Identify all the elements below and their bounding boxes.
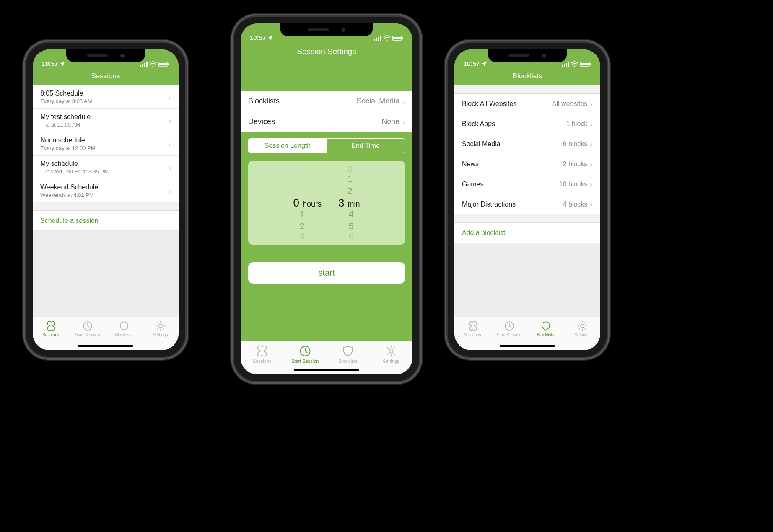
schedule-session-button[interactable]: Schedule a session: [33, 211, 179, 231]
tab-start-session[interactable]: Start Session: [491, 320, 527, 337]
notch: [280, 23, 373, 36]
tab-start-session[interactable]: Start Session: [284, 345, 327, 364]
page-title: Session Settings: [241, 42, 412, 62]
signal-icon: [140, 62, 148, 67]
home-indicator[interactable]: [78, 345, 133, 347]
devices-row[interactable]: Devices None›: [241, 111, 412, 132]
length-endtime-segmented: Session Length End Time: [248, 138, 405, 153]
chevron-right-icon: ›: [168, 187, 171, 195]
wifi-icon: [571, 61, 578, 67]
notch: [488, 49, 567, 62]
status-time: 10:57: [42, 60, 58, 67]
blocklist-row[interactable]: Major Distractions 4 blocks›: [454, 194, 600, 214]
tab-start-session[interactable]: Start Session: [69, 320, 106, 337]
page-title: Sessions: [33, 68, 179, 85]
sessions-list: 8:05 ScheduleEvery day at 8:05 AM › My t…: [33, 85, 179, 202]
chevron-right-icon: ›: [402, 117, 405, 126]
chevron-right-icon: ›: [168, 163, 171, 172]
chevron-right-icon: ›: [590, 180, 593, 189]
chevron-right-icon: ›: [590, 200, 593, 209]
chevron-right-icon: ›: [590, 160, 593, 168]
blocklist-row[interactable]: Games 10 blocks›: [454, 174, 600, 194]
tab-blocklists[interactable]: Blocklists: [527, 320, 564, 337]
blocklist-row[interactable]: Block Apps 1 block›: [454, 114, 600, 134]
chevron-right-icon: ›: [590, 120, 593, 128]
battery-icon: [392, 35, 403, 41]
tab-blocklists[interactable]: Blocklists: [327, 345, 370, 364]
duration-picker[interactable]: 0 1 2 0hours 3min 14 25 36: [248, 161, 405, 245]
start-button[interactable]: start: [248, 262, 405, 284]
home-indicator[interactable]: [500, 345, 555, 347]
tab-sessions[interactable]: Sessions: [33, 320, 69, 337]
blocklists-row[interactable]: Blocklists Social Media›: [241, 91, 412, 111]
phone-blocklists: 10:57 Blocklists Block All Websites All …: [448, 43, 607, 357]
add-blocklist-button[interactable]: Add a blocklist: [454, 223, 600, 243]
wifi-icon: [149, 61, 157, 67]
status-time: 10:57: [464, 60, 480, 67]
location-icon: [267, 35, 273, 41]
segment-end-time[interactable]: End Time: [327, 139, 405, 153]
tab-sessions[interactable]: Sessions: [241, 345, 284, 364]
tab-blocklists[interactable]: Blocklists: [106, 320, 142, 337]
notch: [66, 49, 145, 62]
picker-hours-value: 0: [293, 196, 299, 209]
battery-icon: [158, 61, 169, 67]
chevron-right-icon: ›: [168, 93, 171, 101]
chevron-right-icon: ›: [402, 97, 405, 106]
signal-icon: [562, 62, 569, 67]
tab-settings[interactable]: Settings: [564, 320, 600, 337]
home-indicator[interactable]: [294, 369, 359, 371]
battery-icon: [580, 61, 591, 67]
session-row[interactable]: 8:05 ScheduleEvery day at 8:05 AM ›: [33, 85, 179, 109]
blocklist-row[interactable]: Block All Websites All websites›: [454, 94, 600, 114]
session-row[interactable]: Weekend ScheduleWeekends at 4:02 PM ›: [33, 179, 179, 202]
wifi-icon: [383, 35, 391, 41]
chevron-right-icon: ›: [590, 140, 593, 148]
blocklist-row[interactable]: News 2 blocks›: [454, 154, 600, 174]
phone-session-settings: 10:57 Session Settings Blocklists Social…: [234, 17, 419, 381]
blocklists-list: Block All Websites All websites› Block A…: [454, 94, 600, 214]
blocklist-row[interactable]: Social Media 6 blocks›: [454, 134, 600, 154]
chevron-right-icon: ›: [590, 100, 593, 108]
chevron-right-icon: ›: [168, 140, 171, 148]
page-title: Blocklists: [454, 68, 600, 85]
picker-min-value: 3: [338, 196, 344, 209]
session-row[interactable]: My scheduleTue Wed Thu Fri at 3:35 PM ›: [33, 156, 179, 179]
segment-session-length[interactable]: Session Length: [249, 139, 327, 153]
chevron-right-icon: ›: [168, 116, 171, 125]
phone-sessions: 10:57 Sessions 8:05 ScheduleEvery day at…: [26, 43, 185, 357]
tab-settings[interactable]: Settings: [142, 320, 179, 337]
tab-sessions[interactable]: Sessions: [454, 320, 491, 337]
status-time: 10:57: [250, 34, 266, 41]
session-row[interactable]: My test scheduleThu at 11:00 AM ›: [33, 109, 179, 132]
location-icon: [60, 61, 65, 67]
location-icon: [481, 61, 487, 67]
session-row[interactable]: Noon scheduleEvery day at 12:00 PM ›: [33, 132, 179, 156]
tab-settings[interactable]: Settings: [370, 345, 413, 364]
signal-icon: [374, 36, 381, 41]
